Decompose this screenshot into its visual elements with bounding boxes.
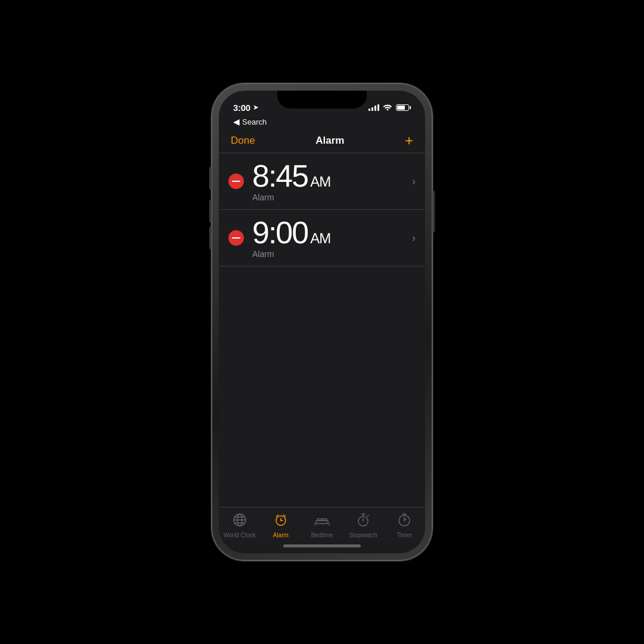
alarm-1-chevron-icon: › (407, 175, 416, 188)
alarm-1-ampm: AM (310, 174, 330, 190)
world-clock-label: World Clock (224, 532, 256, 538)
tab-stopwatch[interactable]: Stopwatch (345, 512, 381, 538)
alarm-tab-label: Alarm (273, 532, 289, 538)
alarm-item-2[interactable]: 9:00 AM Alarm › (219, 210, 425, 267)
alarm-2-label: Alarm (252, 249, 407, 259)
screen-content: 3:00 ➤ (219, 91, 425, 553)
signal-bar-4 (377, 104, 379, 111)
alarm-1-info: 8:45 AM Alarm (252, 160, 407, 202)
signal-bars (369, 104, 379, 111)
alarm-2-ampm: AM (310, 230, 330, 247)
alarm-2-chevron-icon: › (407, 232, 416, 244)
status-left: 3:00 ➤ (233, 103, 259, 113)
alarm-2-time: 9:00 (252, 217, 308, 248)
tab-world-clock[interactable]: World Clock (222, 512, 258, 538)
wifi-icon (383, 103, 392, 112)
status-right (369, 103, 411, 112)
add-alarm-button[interactable]: + (405, 134, 413, 148)
signal-bar-1 (369, 109, 370, 111)
minus-icon (232, 181, 240, 182)
navigation-bar: Done Alarm + (219, 129, 425, 153)
stopwatch-icon (355, 512, 371, 530)
status-time: 3:00 (233, 103, 250, 113)
done-button[interactable]: Done (231, 135, 255, 147)
alarm-1-time-row: 8:45 AM (252, 160, 407, 191)
battery-indicator (396, 104, 411, 111)
bedtime-label: Bedtime (311, 532, 333, 538)
signal-bar-3 (374, 106, 376, 111)
delete-alarm-1-button[interactable] (228, 174, 244, 189)
home-indicator (219, 541, 425, 553)
notch (277, 91, 367, 109)
signal-bar-2 (371, 107, 373, 111)
delete-alarm-2-button[interactable] (228, 230, 244, 246)
alarm-item-1[interactable]: 8:45 AM Alarm › (219, 153, 425, 210)
alarm-icon (273, 512, 289, 530)
svg-line-8 (276, 515, 278, 517)
world-clock-icon (232, 512, 247, 530)
stopwatch-label: Stopwatch (349, 532, 377, 538)
tab-timer[interactable]: Timer (386, 512, 422, 538)
alarm-1-label: Alarm (252, 193, 407, 202)
page-title: Alarm (315, 135, 344, 147)
alarm-1-time: 8:45 (252, 160, 308, 191)
bedtime-icon (314, 512, 330, 530)
timer-label: Timer (397, 532, 412, 538)
home-bar (283, 544, 361, 547)
tab-alarm[interactable]: Alarm (263, 512, 299, 538)
svg-line-9 (283, 515, 285, 517)
tab-bedtime[interactable]: Bedtime (304, 512, 340, 538)
svg-line-19 (367, 515, 369, 516)
svg-rect-11 (317, 519, 321, 521)
alarm-list: 8:45 AM Alarm › 9:00 AM (219, 153, 425, 507)
alarm-2-info: 9:00 AM Alarm (252, 217, 407, 259)
minus-icon-2 (232, 237, 240, 239)
phone-screen: 3:00 ➤ (219, 91, 425, 553)
phone-device: 3:00 ➤ (212, 83, 432, 561)
tab-bar: World Clock Alarm (219, 507, 425, 541)
timer-icon (397, 512, 412, 530)
alarm-2-time-row: 9:00 AM (252, 217, 407, 248)
svg-rect-12 (323, 519, 327, 521)
location-icon: ➤ (253, 103, 259, 112)
